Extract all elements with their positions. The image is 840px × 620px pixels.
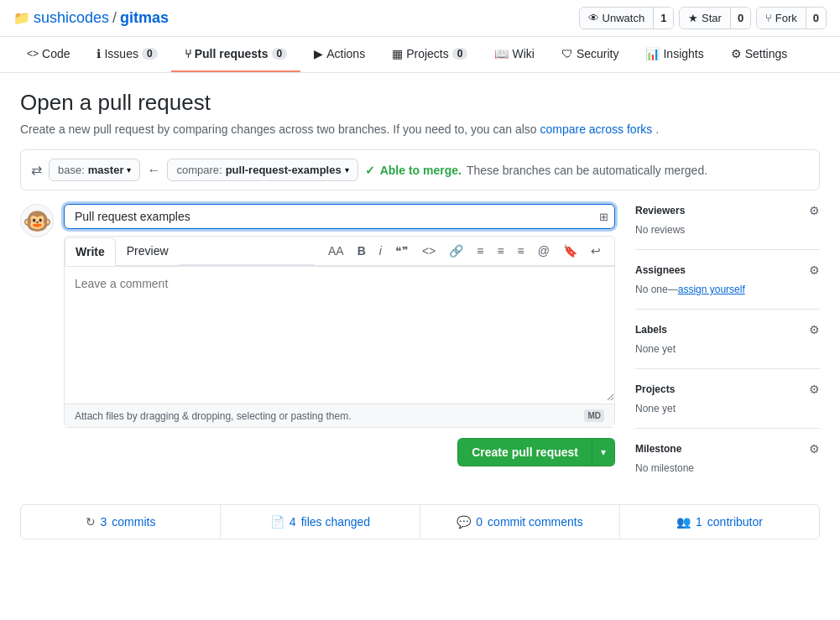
sidebar-reviewers-header: Reviewers ⚙ (635, 204, 820, 217)
comment-textarea[interactable] (65, 267, 614, 401)
nav-tabs: <> Code ℹ Issues 0 ⑂ Pull requests 0 ▶ A… (0, 37, 840, 73)
comment-box: Write Preview AA B i ❝❞ <> 🔗 ≡ (64, 236, 615, 428)
title-input-wrapper: ⊞ (64, 204, 615, 229)
sidebar-reviewers: Reviewers ⚙ No reviews (635, 204, 820, 249)
fork-button[interactable]: ⑂ Fork (757, 8, 806, 29)
star-button[interactable]: ★ Star (680, 8, 729, 29)
repo-name-link[interactable]: gitmas (120, 9, 169, 27)
reviewers-label: Reviewers (635, 205, 685, 216)
tab-settings-label: Settings (745, 47, 788, 60)
star-count: 0 (730, 8, 750, 29)
editor-tabs: Write Preview AA B i ❝❞ <> 🔗 ≡ (65, 237, 614, 266)
toolbar-reply-btn[interactable]: ↩ (587, 242, 604, 259)
assignees-value: No one—assign yourself (635, 284, 820, 295)
page-title: Open a pull request (20, 90, 820, 116)
base-branch-select[interactable]: base: master ▾ (49, 159, 140, 181)
create-pr-button[interactable]: Create pull request (457, 438, 592, 466)
files-count: 4 (290, 515, 296, 529)
md-badge[interactable]: MD (584, 409, 604, 422)
write-tab[interactable]: Write (65, 237, 116, 266)
compare-branch-chevron: ▾ (345, 165, 349, 175)
unwatch-button[interactable]: 👁 Unwatch (580, 8, 653, 29)
sidebar-assignees: Assignees ⚙ No one—assign yourself (635, 249, 820, 309)
repo-owner-link[interactable]: sushicodes (34, 9, 109, 27)
projects-gear-button[interactable]: ⚙ (809, 383, 820, 396)
tab-issues[interactable]: ℹ Issues 0 (83, 37, 170, 72)
wiki-icon: 📖 (494, 47, 509, 60)
tab-insights-label: Insights (663, 47, 703, 60)
sidebar-labels: Labels ⚙ None yet (635, 309, 820, 368)
tab-pull-requests[interactable]: ⑂ Pull requests 0 (171, 37, 301, 72)
labels-label: Labels (635, 324, 667, 336)
tab-projects[interactable]: ▦ Projects 0 (378, 37, 481, 72)
reviewers-gear-button[interactable]: ⚙ (809, 204, 820, 217)
pr-icon: ⑂ (185, 47, 191, 60)
assignees-gear-button[interactable]: ⚙ (809, 263, 820, 277)
toolbar-ul-btn[interactable]: ≡ (473, 242, 487, 259)
toolbar-heading-btn[interactable]: AA (325, 242, 347, 259)
compare-bar: ⇄ base: master ▾ ← compare: pull-request… (20, 149, 820, 190)
base-branch-value: master (88, 164, 124, 176)
tab-wiki[interactable]: 📖 Wiki (481, 37, 547, 72)
tab-projects-label: Projects (406, 47, 449, 60)
milestone-value: No milestone (635, 462, 820, 474)
commits-count: 3 (101, 515, 107, 529)
reviewers-value: No reviews (635, 224, 820, 236)
merge-check-icon: ✓ (365, 164, 375, 177)
tab-actions[interactable]: ▶ Actions (300, 37, 378, 72)
comments-stat[interactable]: 💬 0 commit comments (420, 505, 620, 539)
projects-icon: ▦ (392, 47, 403, 60)
tab-settings[interactable]: ⚙ Settings (717, 37, 801, 72)
create-pr-arrow-button[interactable]: ▾ (592, 438, 615, 466)
merge-status-desc: These branches can be automatically merg… (467, 164, 707, 177)
toolbar-task-btn[interactable]: ≡ (514, 242, 528, 259)
unwatch-count: 1 (653, 8, 673, 29)
milestone-gear-button[interactable]: ⚙ (809, 442, 820, 456)
issues-icon: ℹ (97, 47, 101, 60)
stats-bar: ↻ 3 commits 📄 4 files changed 💬 0 commit… (20, 504, 820, 539)
actions-icon: ▶ (314, 47, 323, 60)
attach-bar: Attach files by dragging & dropping, sel… (65, 404, 614, 427)
toolbar-ol-btn[interactable]: ≡ (493, 242, 507, 259)
tab-security[interactable]: 🛡 Security (548, 37, 633, 72)
commits-stat[interactable]: ↻ 3 commits (21, 505, 221, 539)
page-desc-suffix: . (655, 122, 659, 136)
toolbar-ref-btn[interactable]: 🔖 (560, 242, 581, 259)
milestone-label: Milestone (635, 443, 681, 455)
files-label: files changed (301, 515, 371, 529)
toolbar-mention-btn[interactable]: @ (535, 242, 553, 259)
contributors-icon: 👥 (676, 515, 691, 529)
sidebar-milestone: Milestone ⚙ No milestone (635, 428, 820, 487)
files-stat[interactable]: 📄 4 files changed (221, 505, 420, 539)
toolbar-link-btn[interactable]: 🔗 (446, 242, 467, 259)
attach-text: Attach files by dragging & dropping, sel… (75, 410, 352, 422)
main-content: Open a pull request Create a new pull re… (0, 73, 840, 556)
pr-title-input[interactable] (64, 204, 615, 229)
toolbar-bold-btn[interactable]: B (354, 242, 369, 259)
compare-arrows-icon: ⇄ (31, 162, 42, 178)
assign-yourself-link[interactable]: assign yourself (678, 284, 745, 295)
insights-icon: 📊 (645, 47, 660, 60)
labels-gear-button[interactable]: ⚙ (809, 323, 820, 336)
comments-count: 0 (476, 515, 483, 529)
projects-sidebar-label: Projects (635, 383, 675, 395)
files-icon: 📄 (270, 515, 284, 529)
toolbar-italic-btn[interactable]: i (376, 242, 385, 259)
preview-tab[interactable]: Preview (116, 237, 180, 265)
tab-code[interactable]: <> Code (13, 37, 83, 72)
contributors-stat[interactable]: 👥 1 contributor (620, 505, 819, 539)
compare-forks-link[interactable]: compare across forks (540, 122, 652, 136)
editor-toolbar: AA B i ❝❞ <> 🔗 ≡ ≡ ≡ @ 🔖 (315, 237, 614, 264)
tab-code-label: Code (42, 47, 70, 60)
compare-branch-select[interactable]: compare: pull-request-examples ▾ (167, 159, 357, 181)
toolbar-quote-btn[interactable]: ❝❞ (392, 242, 412, 259)
comment-header: Write Preview AA B i ❝❞ <> 🔗 ≡ (65, 237, 614, 267)
pr-badge: 0 (272, 48, 288, 60)
compare-branch-value: pull-request-examples (226, 164, 342, 176)
commits-label: commits (112, 515, 155, 529)
base-label: base: (58, 164, 85, 176)
top-bar: 📁 sushicodes / gitmas 👁 Unwatch 1 ★ Star… (0, 0, 840, 37)
assignees-label: Assignees (635, 264, 686, 276)
toolbar-code-btn[interactable]: <> (419, 242, 439, 259)
tab-insights[interactable]: 📊 Insights (632, 37, 717, 72)
